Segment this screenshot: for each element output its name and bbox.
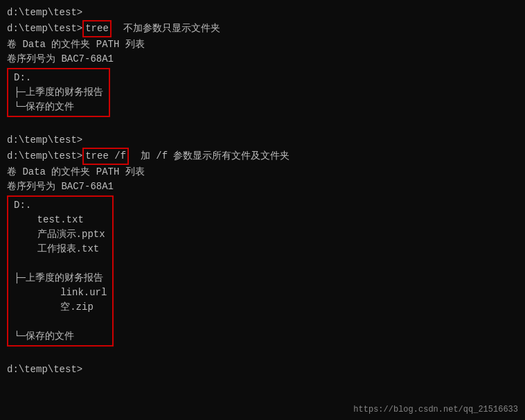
line-1: d:\temp\test> [7, 6, 518, 20]
prompt-2: d:\temp\test> [7, 21, 82, 36]
tree-output-box-1: D:. ├─上季度的财务报告 └─保存的文件 [7, 68, 110, 117]
line-6: d:\temp\test>tree /f 加 /f 参数显示所有文件及文件夹 [7, 148, 518, 165]
line-2: d:\temp\test>tree 不加参数只显示文件夹 [7, 20, 518, 37]
line-3: 卷 Data 的文件夹 PATH 列表 [7, 37, 518, 52]
tree-output-box-2: D:. test.txt 产品演示.pptx 工作报表.txt ├─上季度的财务… [7, 195, 114, 347]
prompt-3: d:\temp\test> [7, 134, 82, 146]
tree-root-1: D:. [14, 71, 103, 85]
tree-f-cmd-highlight: tree /f [82, 148, 129, 165]
tree-dir-2: └─保存的文件 [14, 100, 103, 114]
line-7: 卷 Data 的文件夹 PATH 列表 [7, 165, 518, 180]
line-5: d:\temp\test> [7, 133, 518, 148]
terminal-window: d:\temp\test> d:\temp\test>tree 不加参数只显示文… [0, 0, 525, 383]
prompt-4: d:\temp\test> [7, 149, 82, 164]
tree-file-3: 工作报表.txt [14, 242, 107, 256]
tree-dir-1: ├─上季度的财务报告 [14, 85, 103, 100]
tree-dir-3: ├─上季度的财务报告 [14, 271, 107, 286]
watermark: https://blog.csdn.net/qq_21516633 [353, 405, 518, 414]
tree-file-2: 产品演示.pptx [14, 227, 107, 242]
tree-file-5: 空.zip [14, 300, 107, 315]
line-final: d:\temp\test> [7, 362, 518, 377]
annotation-1: 不加参数只显示文件夹 [112, 21, 220, 36]
tree-root-2: D:. [14, 198, 107, 213]
tree-dir-4: └─保存的文件 [14, 329, 107, 344]
prompt-final: d:\temp\test> [7, 364, 82, 375]
line-8: 卷序列号为 BAC7-68A1 [7, 180, 518, 194]
prompt-1: d:\temp\test> [7, 7, 82, 18]
blank-inner-2 [14, 315, 107, 329]
line-4: 卷序列号为 BAC7-68A1 [7, 52, 518, 67]
blank-inner-1 [14, 256, 107, 271]
tree-f-cmd: tree /f [85, 150, 126, 161]
blank-2 [7, 348, 518, 362]
tree-file-1: test.txt [14, 213, 107, 227]
tree-file-4: link.url [14, 286, 107, 300]
annotation-2: 加 /f 参数显示所有文件及文件夹 [129, 149, 290, 164]
tree-cmd: tree [85, 23, 109, 34]
tree-cmd-highlight: tree [82, 20, 112, 37]
blank-1 [7, 119, 518, 133]
